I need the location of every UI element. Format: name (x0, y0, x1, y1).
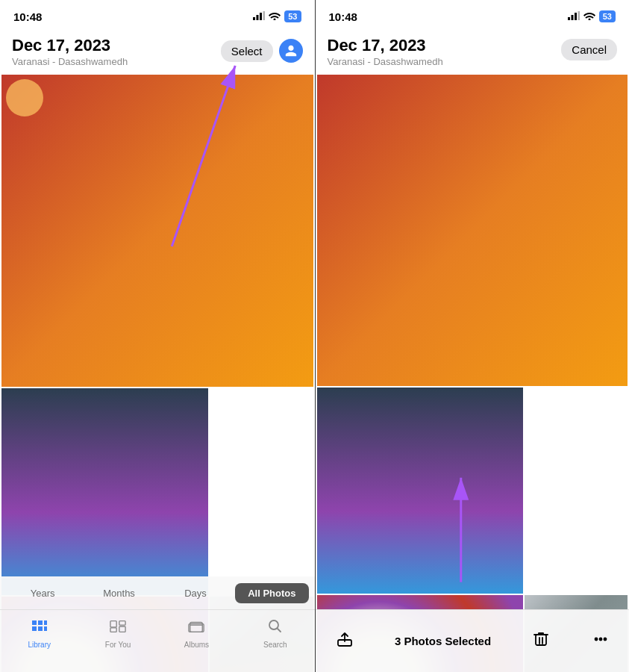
tab-days[interactable]: Days (159, 583, 232, 603)
library-icon-left (31, 617, 48, 638)
battery-right: 53 (599, 10, 616, 22)
svg-rect-12 (568, 17, 570, 20)
svg-rect-13 (571, 15, 573, 20)
time-right: 10:48 (329, 10, 357, 23)
right-phone-panel: 10:48 53 Dec 17, 2023 Varanasi - Dasashw… (315, 0, 630, 672)
location-left: Varanasi - Dasashwamedh (12, 56, 128, 67)
status-icons-right: 53 (568, 10, 616, 22)
bottom-nav-left: Library For You Albums Search (0, 609, 315, 672)
nav-search-left[interactable]: Search (253, 617, 298, 649)
delete-button[interactable] (531, 628, 551, 655)
nav-library-label-left: Library (28, 641, 51, 649)
foryou-icon-left (110, 617, 126, 638)
nav-albums-left[interactable]: Albums (174, 617, 219, 649)
tab-all-photos[interactable]: All Photos (235, 583, 308, 603)
svg-point-20 (595, 638, 597, 640)
svg-rect-0 (253, 17, 255, 20)
selected-count-label: 3 Photos Selected (395, 635, 491, 647)
time-left: 10:48 (13, 10, 42, 23)
svg-rect-6 (110, 628, 116, 632)
left-phone-panel: 10:48 53 Dec 17, 2023 Varanasi - Dasashw… (0, 0, 315, 672)
signal-icon-right (568, 11, 580, 22)
search-icon-left (268, 617, 283, 638)
status-icons-left: 53 (253, 10, 301, 22)
svg-rect-14 (575, 13, 577, 20)
photo-right-r1c2[interactable] (317, 388, 523, 594)
nav-foryou-left[interactable]: For You (96, 617, 140, 649)
status-bar-right: 10:48 53 (316, 0, 630, 33)
signal-icon (253, 11, 265, 22)
tab-years[interactable]: Years (6, 583, 79, 603)
photo-left-r1c1[interactable] (1, 75, 313, 387)
nav-search-label-left: Search (263, 641, 287, 649)
header-right-left: Select (221, 39, 303, 63)
svg-rect-5 (110, 621, 116, 627)
svg-rect-3 (263, 11, 266, 20)
photo-grid-right: 🌼 (316, 73, 630, 672)
svg-point-19 (599, 638, 601, 640)
location-right: Varanasi - Dasashwamedh (328, 56, 443, 67)
more-button[interactable] (590, 628, 611, 655)
select-button[interactable]: Select (221, 40, 273, 62)
header-right-right: Cancel (561, 39, 617, 60)
svg-rect-15 (578, 11, 580, 20)
battery-left: 53 (284, 10, 301, 22)
albums-icon-left (188, 617, 204, 638)
photo-header-left: Dec 17, 2023 Varanasi - Dasashwamedh Sel… (0, 33, 315, 73)
svg-rect-2 (260, 13, 262, 20)
status-bar-left: 10:48 53 (0, 0, 315, 33)
nav-albums-label-left: Albums (184, 641, 209, 649)
svg-rect-8 (119, 626, 125, 632)
wifi-icon-right (583, 11, 595, 22)
svg-rect-18 (536, 635, 546, 645)
bottom-toolbar-right: 3 Photos Selected (316, 609, 630, 672)
svg-point-11 (269, 620, 278, 629)
svg-rect-7 (119, 621, 125, 626)
photo-right-r1c1[interactable] (317, 75, 628, 386)
wifi-icon (269, 11, 281, 22)
nav-library-left[interactable]: Library (17, 617, 62, 649)
nav-foryou-label-left: For You (105, 641, 131, 649)
photo-header-right: Dec 17, 2023 Varanasi - Dasashwamedh Can… (316, 33, 630, 73)
header-left-right: Dec 17, 2023 Varanasi - Dasashwamedh (328, 36, 443, 67)
filter-tabs: Years Months Days All Photos (0, 576, 315, 609)
cancel-button[interactable]: Cancel (561, 39, 617, 60)
svg-point-21 (604, 638, 606, 640)
avatar-button[interactable] (279, 39, 303, 63)
tab-months[interactable]: Months (82, 583, 155, 603)
share-button[interactable] (334, 628, 356, 655)
svg-rect-1 (257, 15, 259, 20)
header-left: Dec 17, 2023 Varanasi - Dasashwamedh (12, 36, 128, 67)
date-title-left: Dec 17, 2023 (12, 36, 128, 55)
date-title-right: Dec 17, 2023 (328, 36, 443, 55)
photo-left-r1c2[interactable] (1, 388, 208, 595)
